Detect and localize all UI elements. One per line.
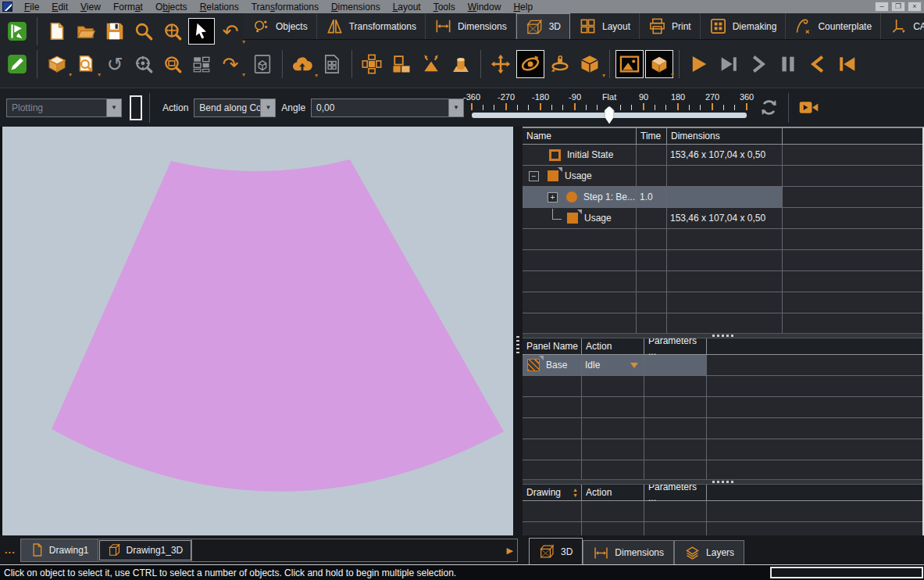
- ribbon-tab-diemaking[interactable]: Diemaking: [701, 13, 787, 39]
- column-header[interactable]: Parameters ...: [644, 485, 707, 500]
- sync-button[interactable]: ↺: [102, 51, 128, 77]
- stand-button[interactable]: [447, 50, 475, 78]
- menu-help[interactable]: Help: [507, 1, 539, 13]
- timeline-row[interactable]: +Step 1: Be...1.0: [523, 187, 922, 208]
- table-row-empty[interactable]: [523, 460, 922, 479]
- table-row-empty[interactable]: [523, 376, 922, 397]
- table-row-empty[interactable]: [523, 418, 922, 439]
- ribbon-tab-cam[interactable]: CAM: [881, 13, 924, 39]
- menu-objects[interactable]: Objects: [149, 1, 194, 13]
- menu-view[interactable]: View: [74, 1, 107, 13]
- menu-transformations[interactable]: Transformations: [245, 1, 325, 13]
- print-preview-button[interactable]: ▾: [73, 51, 99, 77]
- pause-button[interactable]: [774, 50, 802, 78]
- column-header[interactable]: Panel Name: [523, 338, 582, 354]
- parts-button[interactable]: [387, 50, 416, 78]
- dropdown-caret-icon[interactable]: ▾: [671, 71, 674, 78]
- column-header[interactable]: Name: [523, 128, 637, 144]
- timeline-row[interactable]: Initial State153,46 x 107,04 x 0,50: [523, 145, 922, 166]
- table-row-empty[interactable]: [523, 250, 922, 271]
- table-row-empty[interactable]: [523, 229, 922, 250]
- show-graphics-button[interactable]: [615, 50, 644, 78]
- angle-slider[interactable]: -360-270-180-90Flat90180270360: [472, 91, 747, 124]
- chevron-down-icon[interactable]: ▼: [260, 99, 275, 116]
- solid-view-button[interactable]: ▾: [645, 50, 673, 78]
- column-header[interactable]: Dimensions: [667, 128, 783, 144]
- menu-edit[interactable]: Edit: [45, 1, 74, 13]
- pattern-swatch[interactable]: [130, 95, 142, 120]
- table-row-empty[interactable]: [523, 397, 922, 418]
- ribbon-tab-counterplate[interactable]: Counterplate: [786, 13, 881, 39]
- step-back-button[interactable]: [804, 50, 832, 78]
- tab-overflow-button[interactable]: ...: [5, 544, 16, 556]
- table-row-empty[interactable]: [523, 271, 922, 292]
- play-button[interactable]: [685, 50, 713, 78]
- chevron-down-icon[interactable]: ▼: [448, 99, 463, 116]
- action-cell[interactable]: Idle: [582, 355, 644, 375]
- table-row-empty[interactable]: [523, 501, 922, 522]
- tree-expander-icon[interactable]: +: [548, 192, 558, 202]
- ribbon-tab-print[interactable]: Print: [640, 13, 701, 39]
- zoom-window-button[interactable]: [159, 51, 186, 77]
- table-row-empty[interactable]: [523, 439, 922, 460]
- dropdown-caret-icon[interactable]: ▾: [242, 71, 245, 78]
- restore-button[interactable]: ❐: [891, 2, 905, 12]
- home-button[interactable]: [4, 18, 30, 45]
- zoom-button[interactable]: [130, 18, 157, 45]
- panel-tab-dimensions[interactable]: Dimensions: [583, 540, 674, 564]
- rotate-3d-button[interactable]: [516, 50, 544, 78]
- tab-scroll-right-button[interactable]: ▶: [507, 546, 513, 556]
- column-header[interactable]: Action: [582, 338, 644, 354]
- step-forward-button[interactable]: [744, 50, 772, 78]
- undo-button[interactable]: ↶▾: [217, 18, 244, 45]
- dropdown-caret-icon[interactable]: ▾: [69, 71, 72, 78]
- column-header[interactable]: Drawing▲▼: [523, 485, 582, 500]
- panel-row[interactable]: BaseIdle: [523, 355, 922, 376]
- close-button[interactable]: ×: [908, 2, 922, 12]
- ribbon-tab-transformations[interactable]: Transformations: [317, 13, 426, 39]
- table-row-empty[interactable]: [523, 313, 922, 333]
- loop-playback-icon[interactable]: [756, 95, 781, 120]
- save-button[interactable]: [102, 18, 128, 45]
- flat-view-button[interactable]: [248, 50, 276, 78]
- select-tool-button[interactable]: [188, 18, 215, 45]
- dropdown-caret-icon[interactable]: [630, 363, 638, 372]
- menu-dimensions[interactable]: Dimensions: [325, 1, 387, 13]
- panel-tab-layers[interactable]: Layers: [674, 540, 744, 564]
- dropdown-caret-icon[interactable]: ▾: [98, 71, 101, 78]
- menu-tools[interactable]: Tools: [427, 1, 462, 13]
- menu-format[interactable]: Format: [107, 1, 149, 13]
- timeline-row[interactable]: Usage153,46 x 107,04 x 0,50: [523, 208, 922, 229]
- fold-button[interactable]: [417, 50, 445, 78]
- horizontal-splitter[interactable]: [523, 479, 922, 485]
- ribbon-tab-3d[interactable]: 3D: [516, 13, 570, 39]
- record-video-button[interactable]: [796, 95, 821, 120]
- column-header[interactable]: Action: [582, 485, 644, 500]
- vertical-splitter[interactable]: [513, 127, 523, 535]
- edit-design-button[interactable]: [4, 51, 30, 77]
- table-row-empty[interactable]: [523, 522, 922, 535]
- cube-view-button[interactable]: ▾: [576, 50, 604, 78]
- document-tab-drawing1[interactable]: Drawing1: [21, 539, 98, 561]
- zoom-selection-button[interactable]: [130, 51, 157, 77]
- table-row-empty[interactable]: [523, 292, 922, 313]
- column-header[interactable]: Parameters ...: [644, 338, 707, 354]
- skip-end-button[interactable]: [715, 50, 743, 78]
- cloud-upload-button[interactable]: ▾: [288, 50, 316, 78]
- chevron-down-icon[interactable]: ▼: [106, 99, 121, 116]
- zoom-pan-button[interactable]: [159, 18, 186, 45]
- minimize-button[interactable]: –: [875, 2, 889, 12]
- tree-expander-icon[interactable]: −: [529, 171, 539, 181]
- horizontal-splitter[interactable]: [523, 333, 922, 338]
- viewport-canvas[interactable]: [2, 127, 513, 535]
- skip-start-button[interactable]: [833, 50, 862, 78]
- menu-file[interactable]: File: [18, 1, 45, 13]
- dropdown-caret-icon[interactable]: ▾: [602, 72, 605, 79]
- dropdown-caret-icon[interactable]: ▾: [242, 38, 245, 45]
- panel-tab-3d[interactable]: 3D: [529, 538, 583, 564]
- menu-relations[interactable]: Relations: [194, 1, 245, 13]
- spin-lock-button[interactable]: [546, 50, 574, 78]
- document-tab-drawing1_3d[interactable]: Drawing1_3D: [98, 539, 193, 561]
- redo-button[interactable]: ↷▾: [217, 51, 244, 77]
- action-combo[interactable]: Bend along Con ▼: [194, 98, 276, 117]
